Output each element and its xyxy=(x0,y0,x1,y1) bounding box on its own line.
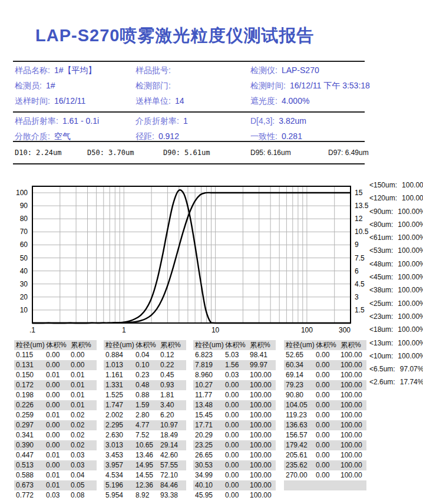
table-row: 104.050.00100.00 xyxy=(284,400,366,410)
table-cell: 0.00 xyxy=(46,390,71,400)
percentile-item: <150um:100.00% xyxy=(369,179,423,192)
table-cell: 90.80 xyxy=(284,390,316,400)
x-axis-tick: 300 xyxy=(339,326,351,334)
percentile-item: <61um:100.00% xyxy=(369,231,423,244)
table-row: 3.45313.4642.60 xyxy=(104,450,186,460)
chart-axis-labels: 1020304050607080901001.534.567.5910.5121… xyxy=(16,189,369,334)
table-cell: 18.49 xyxy=(160,430,186,440)
table-row: 11.770.00100.00 xyxy=(193,390,276,400)
table-cell: 100.00 xyxy=(250,400,276,410)
table-row: 20.290.00100.00 xyxy=(193,430,276,440)
table-cell: 0.00 xyxy=(316,390,341,400)
table-cell: 0.00 xyxy=(316,360,341,370)
table-header-cell: 粒径(um) xyxy=(284,340,316,350)
table-cell: 93.38 xyxy=(160,490,186,500)
table-row: 45.950.00100.00 xyxy=(193,490,276,500)
table-row: 179.420.00100.00 xyxy=(284,440,366,450)
x-axis-tick: 1 xyxy=(122,326,126,334)
table-row: 0.4470.010.03 xyxy=(14,450,97,460)
percentile-value: 100.00% xyxy=(398,286,423,294)
table-row: 3.95714.9557.55 xyxy=(104,460,186,470)
table-row: 1.1610.230.45 xyxy=(104,370,186,380)
left-axis-tick: 60 xyxy=(20,241,28,249)
left-axis-tick: 20 xyxy=(20,293,28,301)
table-cell: 100.00 xyxy=(341,410,366,420)
table-cell: 6.823 xyxy=(193,350,225,360)
table-row: 119.230.00100.00 xyxy=(284,410,366,420)
table-cell: 0.341 xyxy=(14,430,46,440)
table-row: 0.2590.010.02 xyxy=(14,410,97,420)
table-cell: 100.00 xyxy=(250,380,276,390)
table-header-row: 粒径(um)体积%累积% xyxy=(284,340,366,350)
table-cell: 3.957 xyxy=(104,460,136,470)
table-cell: 7.52 xyxy=(136,430,160,440)
table-row: 0.1150.000.00 xyxy=(14,350,97,360)
table-header-row: 粒径(um)体积%累积% xyxy=(193,340,276,350)
table-cell: 0.03 xyxy=(71,450,97,460)
percentile-label: <13um: xyxy=(369,339,393,347)
right-axis-tick: 3 xyxy=(355,293,359,301)
right-axis-tick: 13.5 xyxy=(355,202,369,210)
table-cell: 100.00 xyxy=(341,370,366,380)
table-cell: 14.95 xyxy=(136,460,160,470)
percentile-item: <2.6um:17.74% xyxy=(369,375,423,388)
table-cell: 100.00 xyxy=(250,370,276,380)
table-row: 90.800.00100.00 xyxy=(284,390,366,400)
table-row: 69.140.00100.00 xyxy=(284,370,366,380)
table-cell xyxy=(284,490,316,500)
table-cell: 0.04 xyxy=(136,350,160,360)
table-row xyxy=(284,480,366,490)
table-cell: 0.00 xyxy=(46,380,71,390)
table-row: 52.650.00100.00 xyxy=(284,350,366,360)
table-row: 0.1500.010.01 xyxy=(14,370,97,380)
table-cell: 100.00 xyxy=(250,440,276,450)
table-cell: 34.99 xyxy=(193,470,225,480)
right-axis-tick: 6 xyxy=(355,267,359,275)
table-cell: 0.22 xyxy=(160,360,186,370)
table-cell: 0.00 xyxy=(316,370,341,380)
table-header-cell: 粒径(um) xyxy=(193,340,225,350)
table-cell: 0.00 xyxy=(316,440,341,450)
table-cell: 1.56 xyxy=(225,360,250,370)
table-cell: 0.01 xyxy=(71,400,97,410)
table-cell: 0.673 xyxy=(14,480,46,490)
percentile-label: <53um: xyxy=(369,246,393,255)
table-cell: 100.00 xyxy=(250,460,276,470)
table-cell: 0.01 xyxy=(71,370,97,380)
table-row: 13.480.00100.00 xyxy=(193,400,276,410)
table-cell: 3.013 xyxy=(104,440,136,450)
table-cell: 100.00 xyxy=(341,470,366,480)
table-cell: 0.01 xyxy=(46,470,71,480)
table-cell: 100.00 xyxy=(250,490,276,500)
table-row: 40.100.00100.00 xyxy=(193,480,276,490)
table-row: 205.610.00100.00 xyxy=(284,450,366,460)
percentile-label: <150um: xyxy=(369,181,397,189)
right-axis-tick: 10.5 xyxy=(355,228,369,236)
percentile-value: 100.00% xyxy=(398,325,423,334)
left-axis-tick: 100 xyxy=(16,189,28,197)
percentile-item: <120um:100.00% xyxy=(369,192,423,205)
table-cell: 136.63 xyxy=(284,420,316,430)
table-cell: 0.93 xyxy=(160,380,186,390)
table-cell: 60.34 xyxy=(284,360,316,370)
percentile-label: <90um: xyxy=(369,207,393,216)
table-cell: 7.819 xyxy=(193,360,225,370)
table-cell: 29.14 xyxy=(160,440,186,450)
table-cell: 0.01 xyxy=(71,380,97,390)
table-cell: 45.95 xyxy=(193,490,225,500)
table-row: 0.6730.010.05 xyxy=(14,480,97,490)
table-row: 270.000.00100.00 xyxy=(284,470,366,480)
percentile-value: 100.00% xyxy=(398,207,423,216)
table-cell: 0.00 xyxy=(316,470,341,480)
table-header-cell: 粒径(um) xyxy=(104,340,136,350)
right-axis-tick: 4.5 xyxy=(355,280,365,288)
table-cell: 0.00 xyxy=(225,490,250,500)
table-cell: 23.25 xyxy=(193,440,225,450)
table-cell: 0.390 xyxy=(14,440,46,450)
table-group: 粒径(um)体积%累积%52.650.00100.0060.340.00100.… xyxy=(284,340,366,500)
table-row: 26.650.00100.00 xyxy=(193,450,276,460)
table-cell: 100.00 xyxy=(250,390,276,400)
table-cell: 0.08 xyxy=(71,490,97,500)
table-cell: 10.27 xyxy=(193,380,225,390)
table-cell: 57.55 xyxy=(160,460,186,470)
